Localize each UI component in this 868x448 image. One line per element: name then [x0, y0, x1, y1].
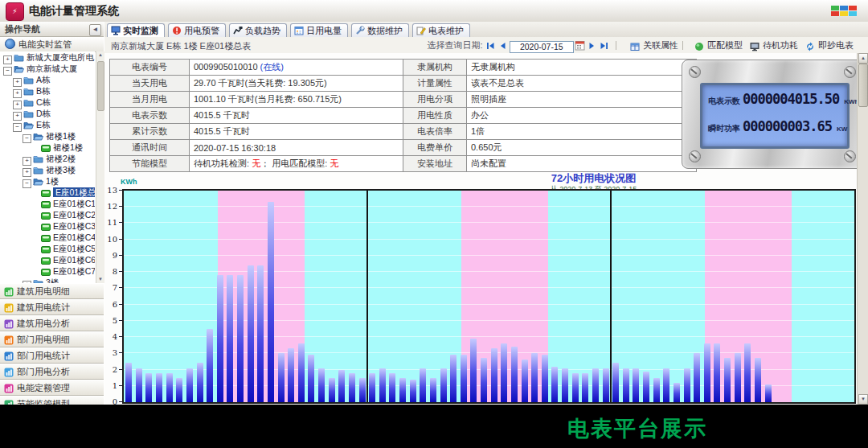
- cell-text: 4015.5 千瓦时: [194, 126, 250, 136]
- y-tick-label: 10: [104, 235, 117, 244]
- tree-node[interactable]: E座01楼C5: [0, 243, 95, 254]
- tree-node[interactable]: +A栋: [0, 74, 95, 85]
- cell-text: 待机功耗检测:: [194, 158, 252, 168]
- tree-node[interactable]: +C栋: [0, 97, 95, 108]
- date-input[interactable]: 2020-07-15: [510, 41, 574, 53]
- online-status[interactable]: (在线): [260, 62, 284, 72]
- tab-label: 日用电量: [306, 26, 342, 35]
- match-model-button[interactable]: 匹配模型: [694, 39, 743, 53]
- sidebar: 操作导航 ◄ 电能实时监管 +新城大厦变电所电−南京新城大厦+A栋+B栋+C栋+…: [0, 22, 105, 448]
- main-scrollbar[interactable]: ▲ ▼: [857, 53, 868, 405]
- tab-realtime[interactable]: 实时监测: [107, 23, 165, 38]
- tree-node[interactable]: E座01楼C1: [0, 198, 95, 209]
- tree-node[interactable]: E座01楼总表: [0, 187, 95, 198]
- sidebar-section-realtime[interactable]: 电能实时监管: [0, 37, 104, 52]
- usage-bar: [217, 275, 223, 402]
- read-meter-button[interactable]: 即抄电表: [805, 39, 854, 53]
- calendar-icon[interactable]: [575, 40, 585, 54]
- tab-load-trend[interactable]: 负载趋势: [229, 23, 287, 37]
- y-tick-label: 11: [104, 218, 117, 227]
- lcd-power-unit: KW: [837, 125, 847, 133]
- sidebar-item-建筑用电明细[interactable]: 建筑用电明细: [0, 283, 104, 299]
- tree-scroll-down-icon[interactable]: ▼: [97, 276, 104, 283]
- tree-node[interactable]: E座01楼C3: [0, 220, 95, 232]
- y-tick-label: 2: [104, 365, 117, 374]
- lcd-reading-value: 0000004015.50: [743, 91, 839, 107]
- scroll-down-icon[interactable]: ▼: [858, 394, 868, 405]
- gridline: [124, 255, 854, 256]
- tree-scroll-thumb[interactable]: [97, 61, 104, 111]
- sidebar-item-建筑用电统计[interactable]: 建筑用电统计: [0, 299, 104, 315]
- tree-node[interactable]: E座01楼C2: [0, 209, 95, 220]
- cell-text: 1001.10 千瓦时(当月耗费: 650.715元): [194, 94, 342, 104]
- nav-prev-icon[interactable]: [499, 40, 506, 53]
- tree-scrollbar[interactable]: ▲ ▼: [96, 51, 104, 283]
- app-logo-icon: ⚡: [6, 2, 24, 21]
- collapse-icon[interactable]: −: [23, 134, 31, 143]
- value-cell: 无隶属机构: [467, 60, 697, 76]
- tree-node[interactable]: E座01楼C6: [0, 254, 95, 265]
- toolbar: 南京新城大厦 E栋 1楼 E座01楼总表 选择查询日期: 2020-07-15 …: [104, 37, 868, 54]
- tree-node-label: E座01楼C6: [53, 255, 95, 265]
- cell-text: 办公: [471, 110, 489, 120]
- module-icon: [4, 384, 14, 393]
- tree-node-label: C栋: [36, 97, 51, 107]
- link-attr-button[interactable]: 关联属性: [630, 39, 678, 53]
- tree-node-label: E栋: [36, 120, 51, 129]
- usage-bar: [501, 343, 507, 402]
- tree-node[interactable]: +3楼: [0, 277, 95, 283]
- tree-node[interactable]: +裙楼3楼: [0, 164, 95, 175]
- sidebar-collapse-button[interactable]: ◄: [89, 24, 101, 36]
- tab-data-maint[interactable]: 数据维护: [351, 23, 409, 37]
- screw-icon: [844, 150, 856, 162]
- tab-label: 实时监测: [123, 26, 158, 35]
- y-tick-label: 5: [104, 316, 117, 325]
- tree-node[interactable]: 裙楼1楼: [0, 142, 95, 153]
- collapse-icon[interactable]: −: [3, 67, 12, 76]
- tree-node[interactable]: +D栋: [0, 108, 95, 119]
- cell-text: 0.650元: [471, 142, 502, 152]
- usage-bar: [623, 368, 629, 402]
- tree-node[interactable]: +裙楼2楼: [0, 153, 95, 164]
- tab-meter-maint[interactable]: 电表维护: [412, 23, 470, 37]
- nav-first-icon[interactable]: [486, 40, 495, 53]
- tab-alert[interactable]: 用电预警: [168, 23, 226, 37]
- tree-node[interactable]: −E栋: [0, 119, 95, 130]
- label-cell: 节能模型: [110, 156, 190, 172]
- tree-scroll-up-icon[interactable]: ▲: [97, 51, 104, 59]
- breadcrumb: 南京新城大厦 E栋 1楼 E座01楼总表: [111, 40, 251, 52]
- grid-cell: [840, 11, 848, 16]
- usage-bar: [176, 378, 182, 402]
- usage-bar: [714, 343, 720, 402]
- nav-last-icon[interactable]: [600, 40, 608, 53]
- usage-bar: [338, 370, 345, 402]
- collapse-icon[interactable]: −: [13, 123, 22, 132]
- sidebar-item-部门用电分析[interactable]: 部门用电分析: [0, 364, 104, 380]
- sidebar-item-部门用电明细[interactable]: 部门用电明细: [0, 331, 104, 347]
- usage-bar: [440, 368, 447, 402]
- value-cell: 0009905010010 (在线): [190, 60, 403, 76]
- y-tick-label: 6: [104, 300, 117, 309]
- scroll-thumb[interactable]: [858, 64, 868, 107]
- collapse-icon[interactable]: −: [23, 179, 31, 188]
- tree-node[interactable]: −南京新城大厦: [0, 63, 95, 74]
- scroll-up-icon[interactable]: ▲: [858, 53, 868, 64]
- tree-node[interactable]: +B栋: [0, 85, 95, 97]
- screw-icon: [689, 66, 701, 78]
- usage-bar: [156, 373, 162, 402]
- sidebar-item-部门用电统计[interactable]: 部门用电统计: [0, 347, 104, 364]
- nav-next-icon[interactable]: [588, 40, 596, 53]
- tree-node-label: D栋: [36, 109, 51, 118]
- header-grid-icon[interactable]: [831, 6, 858, 17]
- tree-node[interactable]: E座01楼C4: [0, 232, 95, 243]
- tree-node[interactable]: E座01楼C7: [0, 265, 95, 277]
- tree-node[interactable]: −1楼: [0, 175, 95, 187]
- tab-daily-usage[interactable]: 日用电量: [290, 23, 348, 37]
- standby-power-button[interactable]: 待机功耗: [750, 39, 798, 53]
- tree-node[interactable]: −裙楼1楼: [0, 130, 95, 142]
- module-icon: [4, 287, 14, 297]
- sidebar-item-建筑用电分析[interactable]: 建筑用电分析: [0, 315, 104, 331]
- tree-node[interactable]: +新城大厦变电所电: [0, 51, 95, 63]
- tree-node-label: E座01楼C3: [53, 221, 95, 231]
- sidebar-item-电能定额管理[interactable]: 电能定额管理: [0, 380, 104, 396]
